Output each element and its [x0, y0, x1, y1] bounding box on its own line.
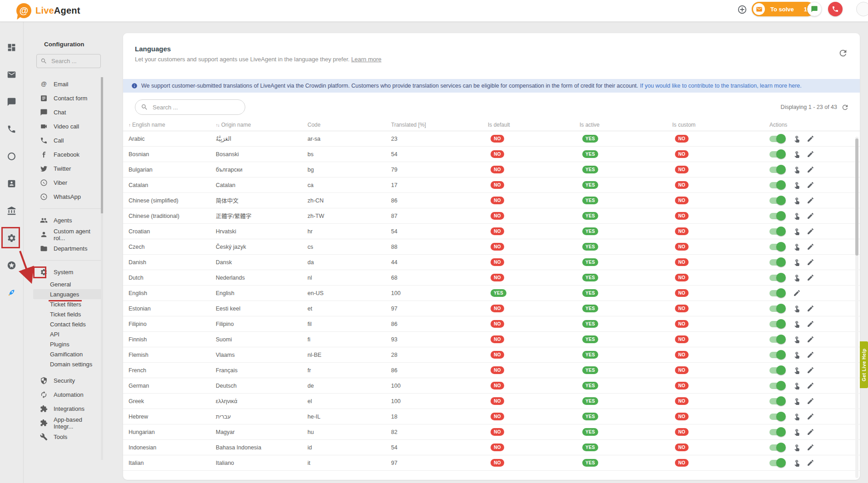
- active-toggle[interactable]: [769, 383, 784, 389]
- rail-item-chats[interactable]: [0, 88, 23, 115]
- set-default-button[interactable]: [793, 335, 801, 343]
- active-toggle[interactable]: [769, 414, 784, 420]
- sidebar-subitem-gamification[interactable]: Gamification: [24, 349, 103, 359]
- column-header-translated[interactable]: Translated [%]: [391, 122, 488, 128]
- edit-button[interactable]: [807, 305, 814, 312]
- set-default-button[interactable]: [793, 413, 801, 420]
- sidebar-scrollbar-thumb[interactable]: [101, 77, 103, 213]
- set-default-button[interactable]: [793, 459, 801, 467]
- edit-button[interactable]: [807, 366, 814, 374]
- active-toggle[interactable]: [769, 275, 784, 281]
- sidebar-subitem-api[interactable]: API: [24, 329, 103, 339]
- active-toggle[interactable]: [769, 259, 784, 266]
- set-default-button[interactable]: [793, 351, 801, 359]
- sidebar-item-automation[interactable]: Automation: [24, 388, 103, 402]
- set-default-button[interactable]: [793, 366, 801, 374]
- sidebar-item-agents[interactable]: Agents: [24, 213, 103, 227]
- edit-button[interactable]: [807, 397, 814, 405]
- sidebar-subitem-general[interactable]: General: [24, 279, 103, 289]
- rail-item-billing[interactable]: [0, 197, 23, 224]
- sidebar-subitem-ticket-fields[interactable]: Ticket fields: [24, 309, 103, 319]
- sidebar-item-twitter[interactable]: Twitter: [24, 162, 103, 176]
- sidebar-item-whatsapp[interactable]: WhatsApp: [24, 190, 103, 204]
- set-default-button[interactable]: [793, 274, 801, 281]
- edit-button[interactable]: [807, 413, 814, 420]
- column-header-code[interactable]: Code: [308, 122, 391, 128]
- add-button[interactable]: [737, 5, 749, 16]
- sidebar-item-app-based-integr[interactable]: App-based Integr...: [24, 416, 103, 430]
- sidebar-search-input[interactable]: [50, 57, 96, 65]
- get-live-help-tab[interactable]: Get Live Help: [860, 341, 868, 388]
- column-header-is-default[interactable]: Is default: [488, 122, 580, 128]
- edit-button[interactable]: [807, 212, 814, 220]
- active-toggle[interactable]: [769, 213, 784, 219]
- active-toggle[interactable]: [769, 444, 784, 451]
- set-default-button[interactable]: [793, 181, 801, 189]
- edit-button[interactable]: [807, 351, 814, 359]
- to-solve-button[interactable]: To solve 1: [752, 2, 814, 16]
- edit-button[interactable]: [807, 335, 814, 343]
- column-header-is-active[interactable]: Is active: [580, 122, 672, 128]
- edit-button[interactable]: [807, 444, 814, 451]
- active-toggle[interactable]: [769, 244, 784, 250]
- edit-button[interactable]: [807, 382, 814, 389]
- sidebar-item-video-call[interactable]: Video call: [24, 119, 103, 133]
- edit-button[interactable]: [807, 166, 814, 173]
- banner-link[interactable]: If you would like to contribute to the t…: [640, 83, 802, 89]
- set-default-button[interactable]: [793, 243, 801, 251]
- active-toggle[interactable]: [769, 197, 784, 204]
- rail-item-calls[interactable]: [0, 115, 23, 143]
- sidebar-item-custom-agent-rol[interactable]: Custom agent rol...: [24, 227, 103, 242]
- sidebar-item-viber[interactable]: Viber: [24, 176, 103, 190]
- column-header-english-name[interactable]: ↑English name: [129, 122, 216, 128]
- active-toggle[interactable]: [769, 136, 784, 142]
- rail-item-dashboard[interactable]: [0, 34, 23, 61]
- edit-button[interactable]: [807, 459, 814, 467]
- learn-more-link[interactable]: Learn more: [351, 56, 381, 63]
- set-default-button[interactable]: [793, 166, 801, 173]
- sidebar-subitem-plugins[interactable]: Plugins: [24, 339, 103, 349]
- edit-button[interactable]: [807, 258, 814, 266]
- active-toggle[interactable]: [769, 228, 784, 235]
- edit-button[interactable]: [807, 197, 814, 204]
- sidebar-item-integrations[interactable]: Integrations: [24, 402, 103, 416]
- rail-item-getting-started[interactable]: [0, 279, 23, 306]
- edit-button[interactable]: [807, 150, 814, 158]
- edit-button[interactable]: [807, 274, 814, 281]
- sidebar-item-tools[interactable]: Tools: [24, 430, 103, 444]
- set-default-button[interactable]: [793, 258, 801, 266]
- active-toggle[interactable]: [769, 367, 784, 374]
- active-toggle[interactable]: [769, 429, 784, 435]
- calls-status-button[interactable]: [828, 2, 843, 16]
- sidebar-item-security[interactable]: Security: [24, 374, 103, 388]
- refresh-icon[interactable]: [838, 48, 848, 58]
- table-scrollbar-thumb[interactable]: [855, 138, 858, 256]
- column-header-actions[interactable]: Actions: [769, 122, 860, 128]
- set-default-button[interactable]: [793, 227, 801, 235]
- chats-status-button[interactable]: [807, 2, 822, 16]
- set-default-button[interactable]: [793, 397, 801, 405]
- table-search[interactable]: [135, 99, 245, 115]
- active-toggle[interactable]: [769, 352, 784, 358]
- set-default-button[interactable]: [793, 444, 801, 451]
- set-default-button[interactable]: [793, 150, 801, 158]
- rail-item-tickets[interactable]: [0, 61, 23, 88]
- sidebar-item-contact-form[interactable]: Contact form: [24, 91, 103, 105]
- active-toggle[interactable]: [769, 398, 784, 404]
- column-header-origin-name[interactable]: ↑↓Origin name: [216, 122, 308, 128]
- set-default-button[interactable]: [793, 428, 801, 436]
- rail-item-settings[interactable]: [0, 224, 23, 251]
- set-default-button[interactable]: [793, 135, 801, 143]
- active-toggle[interactable]: [769, 321, 784, 327]
- set-default-button[interactable]: [793, 212, 801, 220]
- edit-button[interactable]: [807, 135, 814, 143]
- edit-button[interactable]: [807, 428, 814, 436]
- sidebar-subitem-domain-settings[interactable]: Domain settings: [24, 359, 103, 369]
- active-toggle[interactable]: [769, 336, 784, 343]
- edit-button[interactable]: [807, 181, 814, 189]
- edit-button[interactable]: [807, 320, 814, 328]
- sidebar-search[interactable]: [36, 54, 101, 68]
- edit-button[interactable]: [793, 289, 801, 297]
- active-toggle[interactable]: [769, 460, 784, 466]
- active-toggle[interactable]: [769, 306, 784, 312]
